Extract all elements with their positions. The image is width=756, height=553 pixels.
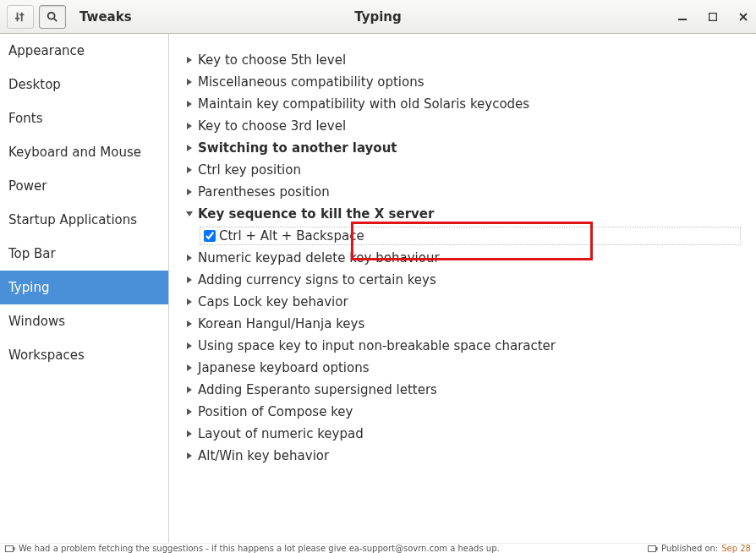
chevron-right-icon [184, 188, 194, 196]
option-row[interactable]: Korean Hangul/Hanja keys [184, 313, 741, 335]
svg-marker-11 [187, 79, 192, 85]
option-row[interactable]: Japanese keyboard options [184, 357, 741, 379]
chevron-right-icon [184, 56, 194, 64]
close-button[interactable] [736, 9, 751, 25]
search-icon [47, 11, 58, 23]
option-row[interactable]: Switching to another layout [184, 137, 741, 159]
app-menu-button[interactable] [7, 5, 34, 29]
chevron-down-icon [184, 211, 194, 217]
svg-rect-3 [19, 14, 24, 15]
maximize-icon [709, 13, 717, 21]
option-row[interactable]: Maintain key compatibility with old Sola… [184, 93, 741, 115]
option-label: Maintain key compatibility with old Sola… [198, 95, 529, 113]
option-label: Caps Lock key behavior [198, 293, 348, 311]
svg-marker-10 [187, 57, 192, 63]
sidebar-item-label: Desktop [8, 77, 61, 92]
app-title: Tweaks [79, 9, 132, 25]
sidebar-item-keyboard-and-mouse[interactable]: Keyboard and Mouse [0, 135, 168, 169]
svg-marker-20 [187, 298, 192, 305]
option-row[interactable]: Caps Lock key behavior [184, 291, 741, 313]
svg-marker-19 [187, 276, 192, 283]
sidebar-item-label: Appearance [8, 43, 85, 58]
battery-icon [5, 545, 15, 552]
sidebar-item-label: Keyboard and Mouse [8, 145, 141, 160]
svg-rect-2 [15, 17, 19, 19]
option-row[interactable]: Key to choose 3rd level [184, 115, 741, 137]
svg-rect-30 [649, 545, 656, 551]
svg-marker-23 [187, 364, 192, 371]
chevron-right-icon [184, 452, 194, 460]
sidebar-item-appearance[interactable]: Appearance [0, 34, 168, 68]
sidebar-item-startup-applications[interactable]: Startup Applications [0, 203, 168, 237]
option-row[interactable]: Ctrl key position [184, 159, 741, 181]
maximize-button[interactable] [705, 9, 720, 25]
svg-marker-22 [187, 342, 192, 349]
statusbar-right: Published on: Sep 28 [648, 544, 751, 553]
chevron-right-icon [184, 122, 194, 130]
option-label: Numeric keypad delete key behaviour [198, 249, 440, 267]
svg-rect-28 [6, 545, 14, 551]
option-row[interactable]: Key sequence to kill the X server [184, 203, 741, 225]
chevron-right-icon [184, 430, 194, 438]
option-label: Switching to another layout [198, 139, 397, 157]
chevron-right-icon [184, 254, 194, 262]
sidebar-item-label: Top Bar [8, 246, 56, 261]
option-label: Japanese keyboard options [198, 359, 369, 377]
chevron-right-icon [184, 408, 194, 416]
sidebar-item-fonts[interactable]: Fonts [0, 101, 168, 135]
option-label: Korean Hangul/Hanja keys [198, 315, 364, 333]
option-row[interactable]: Position of Compose key [184, 401, 741, 423]
option-row[interactable]: Alt/Win key behavior [184, 445, 741, 467]
body-area: AppearanceDesktopFontsKeyboard and Mouse… [0, 34, 756, 543]
svg-marker-21 [187, 320, 192, 327]
option-label: Position of Compose key [198, 402, 353, 421]
svg-marker-27 [187, 452, 192, 459]
option-label: Adding currency signs to certain keys [198, 271, 436, 289]
svg-rect-29 [14, 547, 15, 550]
option-label: Using space key to input non-breakable s… [198, 337, 556, 355]
option-row[interactable]: Miscellaneous compatibility options [184, 71, 741, 93]
search-button[interactable] [39, 5, 66, 29]
option-row[interactable]: Numeric keypad delete key behaviour [184, 247, 741, 269]
option-child-checkbox[interactable] [204, 230, 216, 242]
sidebar-item-typing[interactable]: Typing [0, 271, 168, 304]
chevron-right-icon [184, 320, 194, 328]
option-label: Key sequence to kill the X server [198, 205, 434, 223]
sidebar-item-desktop[interactable]: Desktop [0, 68, 168, 101]
minimize-button[interactable] [675, 9, 690, 25]
minimize-icon [678, 13, 687, 21]
option-label: Miscellaneous compatibility options [198, 73, 425, 91]
sidebar-item-windows[interactable]: Windows [0, 304, 168, 338]
svg-marker-24 [187, 386, 192, 393]
option-child-label: Ctrl + Alt + Backspace [219, 228, 364, 244]
option-row[interactable]: Adding Esperanto supersigned letters [184, 379, 741, 401]
svg-marker-16 [187, 189, 192, 195]
option-label: Layout of numeric keypad [198, 424, 364, 443]
sidebar-item-label: Workspaces [8, 348, 85, 363]
option-child-row[interactable]: Ctrl + Alt + Backspace [200, 227, 741, 245]
option-label: Key to choose 5th level [198, 51, 346, 69]
option-row[interactable]: Using space key to input non-breakable s… [184, 335, 741, 357]
titlebar-left-controls: Tweaks [7, 5, 132, 29]
option-row[interactable]: Layout of numeric keypad [184, 423, 741, 445]
sidebar-item-label: Typing [8, 280, 49, 295]
sliders-icon [14, 11, 26, 23]
sidebar-item-workspaces[interactable]: Workspaces [0, 338, 168, 372]
svg-marker-12 [187, 101, 192, 107]
svg-marker-25 [187, 408, 192, 415]
option-row[interactable]: Parentheses position [184, 181, 741, 203]
chevron-right-icon [184, 342, 194, 350]
option-row[interactable]: Adding currency signs to certain keys [184, 269, 741, 291]
sidebar-item-label: Fonts [8, 111, 42, 126]
published-date: Sep 28 [721, 544, 751, 553]
sidebar-item-power[interactable]: Power [0, 169, 168, 203]
svg-point-4 [48, 12, 55, 19]
status-message: We had a problem fetching the suggestion… [19, 544, 500, 553]
svg-marker-14 [187, 145, 192, 151]
statusbar-left: We had a problem fetching the suggestion… [5, 544, 500, 553]
option-label: Adding Esperanto supersigned letters [198, 381, 437, 399]
svg-marker-18 [187, 255, 192, 261]
option-row[interactable]: Key to choose 5th level [184, 49, 741, 71]
chevron-right-icon [184, 364, 194, 372]
sidebar-item-top-bar[interactable]: Top Bar [0, 237, 168, 271]
